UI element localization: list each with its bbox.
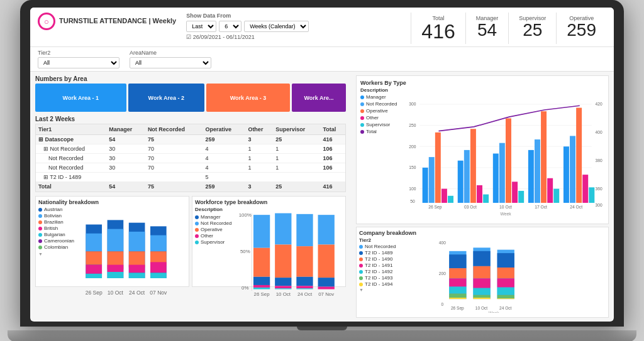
workforce-type-chart: Workforce type breakdown Description Man…: [192, 196, 346, 287]
svg-rect-91: [582, 175, 588, 203]
svg-text:400: 400: [439, 241, 446, 245]
svg-rect-119: [497, 278, 514, 287]
svg-text:07 Nov: 07 Nov: [150, 290, 167, 296]
tier2-select[interactable]: All: [38, 57, 119, 68]
svg-rect-103: [449, 254, 466, 268]
svg-rect-80: [506, 118, 511, 203]
svg-rect-74: [464, 150, 470, 203]
svg-rect-70: [435, 133, 441, 203]
table-scroll[interactable]: Tier1 Manager Not Recorded Operative Oth…: [36, 124, 345, 192]
svg-rect-8: [108, 265, 124, 272]
svg-rect-68: [423, 168, 428, 203]
svg-rect-88: [564, 146, 569, 203]
svg-text:200: 200: [439, 271, 446, 276]
svg-rect-72: [448, 196, 453, 203]
svg-text:0: 0: [441, 302, 443, 306]
stat-manager: Manager 54: [465, 13, 509, 44]
legend-item: T2 ID - 1494: [359, 281, 400, 287]
numbers-by-area-title: Numbers by Area: [35, 75, 346, 82]
col-total: Total: [321, 124, 346, 135]
svg-text:300: 300: [409, 102, 416, 106]
svg-text:150: 150: [409, 165, 416, 170]
legend-item: Supervisor: [195, 239, 233, 245]
svg-rect-2: [86, 251, 102, 264]
col-not-recorded: Not Recorded: [145, 124, 203, 135]
table-row: ⊞ Not Recorded 3070411106: [36, 144, 345, 154]
svg-text:360: 360: [595, 187, 602, 191]
company-chart-svg: 400 200 0: [402, 237, 606, 313]
svg-rect-111: [473, 266, 490, 279]
legend-item: Other: [195, 233, 233, 239]
legend-item: Supervisor: [360, 122, 404, 127]
svg-text:Week: Week: [500, 212, 511, 216]
svg-rect-14: [129, 273, 145, 278]
svg-rect-45: [318, 278, 335, 286]
legend-item: Cameroonian: [38, 238, 76, 244]
svg-rect-13: [129, 265, 145, 273]
legend-item: Operative: [195, 227, 233, 232]
svg-text:24 Oct: 24 Oct: [570, 205, 582, 209]
number-select[interactable]: 6: [219, 21, 242, 32]
svg-rect-117: [497, 253, 514, 268]
svg-rect-78: [493, 154, 499, 203]
svg-rect-76: [477, 185, 482, 203]
legend-item: Not Recorded: [359, 244, 400, 249]
period-select[interactable]: Weeks (Calendar): [244, 21, 309, 32]
company-breakdown-chart: Company breakdown Tier2 Not Recorded T2 …: [356, 227, 609, 318]
workforce-legend: Description Manager Not Recorded: [195, 207, 233, 298]
header: ○ TURNSTILE ATTENDANCE | Weekly Show Dat…: [30, 8, 614, 47]
legend-item: Not Recorded: [360, 101, 404, 107]
areaname-select[interactable]: All: [130, 57, 211, 68]
svg-rect-86: [547, 178, 553, 203]
stat-total: Total 416: [411, 13, 465, 44]
svg-rect-107: [449, 293, 466, 298]
svg-text:10 Oct: 10 Oct: [499, 205, 512, 209]
svg-text:24 Oct: 24 Oct: [499, 306, 511, 310]
logo-area: ○ TURNSTILE ATTENDANCE | Weekly: [38, 13, 176, 30]
svg-rect-31: [253, 285, 270, 288]
svg-text:26 Sep: 26 Sep: [86, 290, 103, 296]
svg-rect-29: [253, 248, 270, 277]
svg-text:100%: 100%: [239, 212, 252, 218]
show-data-row: Last 6 Weeks (Calendar): [186, 21, 309, 32]
svg-text:10 Oct: 10 Oct: [276, 291, 291, 297]
date-range: ☑ 26/09/2021 - 06/11/2021: [186, 34, 309, 40]
data-table: Tier1 Manager Not Recorded Operative Oth…: [36, 124, 345, 192]
svg-rect-18: [150, 262, 167, 273]
last-select[interactable]: Last: [186, 21, 216, 32]
last-2-weeks: Last 2 Weeks Tier1 Manager Not Re: [35, 116, 346, 192]
main-content: Numbers by Area Work Area - 1 Work Area …: [30, 72, 614, 322]
legend-item: T2 ID - 1492: [359, 269, 400, 274]
filters-row: Tier2 All AreaName All: [30, 47, 614, 72]
numbers-by-area: Numbers by Area Work Area - 1 Work Area …: [35, 75, 346, 112]
legend-item: Bolivian: [38, 213, 76, 219]
svg-text:07 Nov: 07 Nov: [318, 291, 334, 297]
stats-area: Total 416 Manager 54 Supervisor 25 Ope: [411, 13, 606, 44]
total-value: 416: [421, 20, 455, 43]
svg-text:26 Sep: 26 Sep: [451, 306, 464, 311]
svg-rect-122: [497, 298, 514, 299]
svg-rect-84: [535, 139, 540, 203]
bottom-charts: Nationality breakdown Austrian Bolivian: [35, 196, 346, 287]
svg-rect-81: [512, 181, 518, 203]
svg-rect-46: [318, 287, 335, 290]
company-breakdown-title: Company breakdown: [359, 230, 606, 236]
legend-item: T2 ID - 1490: [359, 256, 400, 262]
row-label: ⊞ T2 ID - 1489: [36, 173, 106, 182]
legend-item: Other: [360, 115, 404, 121]
svg-rect-35: [275, 278, 291, 286]
svg-rect-108: [449, 298, 466, 299]
areaname-filter: AreaName All: [130, 50, 211, 68]
col-other: Other: [245, 124, 273, 135]
logo-icon: ○: [38, 13, 55, 30]
stat-supervisor: Supervisor 25: [508, 13, 556, 44]
svg-rect-71: [441, 189, 447, 203]
svg-text:100: 100: [409, 187, 416, 191]
company-show-more[interactable]: ▼: [359, 288, 400, 292]
svg-rect-19: [150, 273, 167, 278]
legend-item: Bulgarian: [38, 232, 76, 237]
show-more[interactable]: ▼: [38, 252, 76, 256]
areaname-label: AreaName: [130, 50, 211, 56]
svg-text:400: 400: [595, 130, 602, 134]
tier2-label: Tier2: [38, 50, 119, 56]
